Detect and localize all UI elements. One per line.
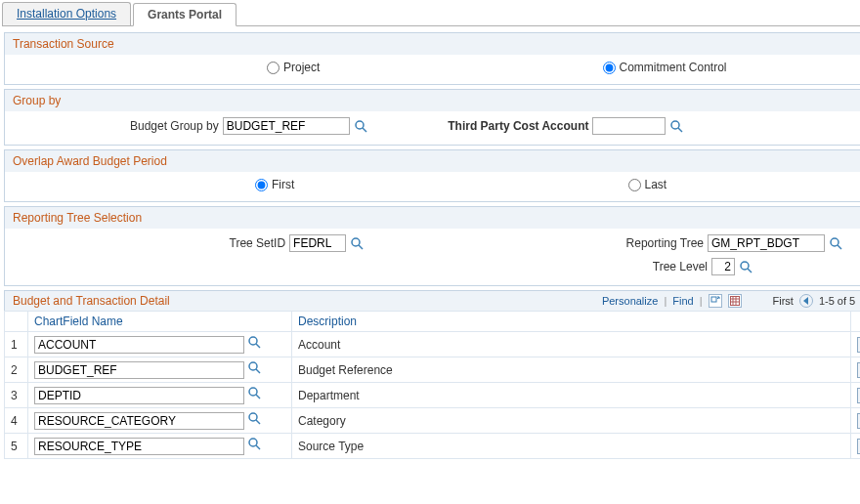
lookup-icon[interactable] xyxy=(247,335,261,349)
radio-commitment-control[interactable] xyxy=(603,62,616,74)
lookup-icon[interactable] xyxy=(829,236,842,250)
svg-line-34 xyxy=(256,420,260,424)
svg-line-7 xyxy=(838,245,841,249)
svg-point-0 xyxy=(356,121,364,129)
svg-point-28 xyxy=(249,388,257,396)
row-index: 3 xyxy=(5,383,28,408)
main-panel: Transaction Source Project Commitment Co… xyxy=(4,32,860,459)
input-tree-level[interactable] xyxy=(711,258,735,275)
input-chartfield[interactable] xyxy=(34,336,244,354)
input-reporting-tree[interactable] xyxy=(708,234,825,252)
svg-point-18 xyxy=(249,337,257,345)
cell-description: Department xyxy=(292,383,851,408)
table-row: 1 Account xyxy=(5,332,861,357)
section-title: Group by xyxy=(5,90,860,111)
lookup-icon[interactable] xyxy=(350,236,364,250)
lookup-icon[interactable] xyxy=(354,119,367,133)
cell-description: Budget Reference xyxy=(292,357,851,383)
cell-description: Source Type xyxy=(292,434,851,459)
tabs: Installation Options Grants Portal xyxy=(2,2,860,26)
grid-icon[interactable] xyxy=(728,294,742,308)
cell-description: Category xyxy=(292,408,851,434)
grid-header: Budget and Transaction Detail Personaliz… xyxy=(4,290,860,311)
section-group-by: Group by Budget Group by Third Party Cos… xyxy=(4,89,860,146)
lookup-icon[interactable] xyxy=(247,360,261,374)
svg-line-24 xyxy=(256,369,260,373)
label-reporting-tree: Reporting Tree xyxy=(626,236,704,250)
nav-prev-icon[interactable] xyxy=(799,294,813,308)
label-commitment-control: Commitment Control xyxy=(620,61,727,74)
input-budget-group[interactable] xyxy=(223,117,350,135)
label-last: Last xyxy=(645,178,667,191)
svg-point-6 xyxy=(831,238,838,246)
svg-point-4 xyxy=(352,238,360,246)
section-transaction-source: Transaction Source Project Commitment Co… xyxy=(4,32,860,85)
svg-point-38 xyxy=(249,439,257,446)
section-title: Reporting Tree Selection xyxy=(5,207,860,229)
row-index: 4 xyxy=(5,408,28,434)
label-project: Project xyxy=(283,61,320,74)
label-budget-group: Budget Group by xyxy=(130,119,219,133)
svg-rect-11 xyxy=(730,297,739,306)
input-chartfield[interactable] xyxy=(34,361,244,379)
row-index: 1 xyxy=(5,332,28,357)
table-row: 4 Category xyxy=(5,408,861,434)
nav-range: 1-5 of 5 xyxy=(819,295,855,307)
svg-line-1 xyxy=(363,128,366,132)
table-row: 3 Department xyxy=(5,383,861,408)
section-title: Overlap Award Budget Period xyxy=(5,150,860,172)
svg-point-33 xyxy=(249,413,257,421)
svg-line-9 xyxy=(748,269,752,273)
table-row: 2 Budget Reference xyxy=(5,357,861,383)
section-reporting-tree: Reporting Tree Selection Tree SetID Repo… xyxy=(4,206,860,286)
lookup-icon[interactable] xyxy=(247,437,261,450)
label-first: First xyxy=(272,178,294,191)
col-description[interactable]: Description xyxy=(292,312,851,332)
tab-grants-portal[interactable]: Grants Portal xyxy=(133,3,236,26)
input-chartfield[interactable] xyxy=(34,438,244,455)
row-index: 5 xyxy=(5,434,28,459)
input-third-party[interactable] xyxy=(592,117,666,135)
section-overlap: Overlap Award Budget Period First Last xyxy=(4,149,860,202)
input-tree-setid[interactable] xyxy=(289,234,346,252)
svg-line-39 xyxy=(256,445,260,449)
tab-installation-options[interactable]: Installation Options xyxy=(2,2,131,25)
svg-line-5 xyxy=(359,245,363,249)
lookup-icon[interactable] xyxy=(247,386,261,399)
zoom-icon[interactable] xyxy=(709,294,722,308)
link-find[interactable]: Find xyxy=(672,295,693,307)
nav-first[interactable]: First xyxy=(773,295,794,307)
radio-project[interactable] xyxy=(267,62,280,74)
input-chartfield[interactable] xyxy=(34,412,244,430)
lookup-icon[interactable] xyxy=(739,260,752,273)
svg-marker-16 xyxy=(803,297,808,305)
col-chartfield[interactable]: ChartField Name xyxy=(28,312,292,332)
input-chartfield[interactable] xyxy=(34,387,244,404)
section-title: Transaction Source xyxy=(5,33,860,55)
svg-point-23 xyxy=(249,362,257,370)
svg-point-8 xyxy=(741,262,749,270)
svg-line-29 xyxy=(256,395,260,399)
svg-point-2 xyxy=(671,121,679,129)
table-row: 5 Source Type xyxy=(5,434,861,459)
link-personalize[interactable]: Personalize xyxy=(602,295,658,307)
svg-line-3 xyxy=(678,128,682,132)
cell-description: Account xyxy=(292,332,851,357)
grid-title: Budget and Transaction Detail xyxy=(13,294,170,308)
budget-detail-grid: ChartField Name Description 1 Account2 B… xyxy=(4,311,860,459)
radio-first[interactable] xyxy=(255,179,268,191)
label-tree-setid: Tree SetID xyxy=(230,236,286,250)
label-third-party: Third Party Cost Account xyxy=(448,119,588,133)
radio-last[interactable] xyxy=(628,179,641,191)
svg-line-19 xyxy=(256,344,260,348)
row-index: 2 xyxy=(5,357,28,383)
svg-rect-10 xyxy=(711,297,716,302)
label-tree-level: Tree Level xyxy=(653,260,708,273)
lookup-icon[interactable] xyxy=(247,411,261,425)
lookup-icon[interactable] xyxy=(669,119,683,133)
